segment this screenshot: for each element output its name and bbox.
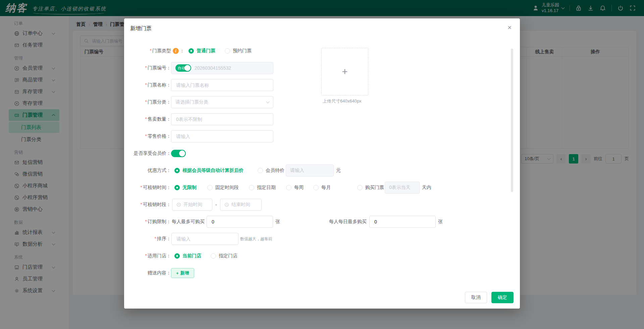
sale-quantity-input[interactable] [175, 116, 269, 122]
radio-icon [207, 185, 213, 190]
radio-icon [174, 168, 180, 173]
ticket-category-select[interactable]: 请选择门票分类 [171, 96, 273, 108]
ticket-code-field: 自动 20260304155532 [171, 62, 273, 74]
sale-quantity-field[interactable] [171, 113, 273, 125]
radio-icon [249, 185, 254, 190]
radio-monthly[interactable]: 每月 [313, 185, 331, 191]
radio-after-purchase[interactable]: 购买门票 [357, 185, 384, 191]
radio-icon [174, 185, 180, 190]
plus-icon: + [176, 271, 179, 276]
sheet-unit-label: 张 [275, 219, 280, 225]
days-suffix-label: 天内 [422, 185, 431, 191]
radio-icon [225, 48, 230, 54]
ticket-name-label: 门票名称 [148, 82, 166, 87]
retail-price-label: 零售价格 [148, 133, 166, 139]
radio-icon [286, 185, 291, 190]
per-person-limit-input[interactable] [211, 219, 269, 225]
radio-icon [313, 185, 319, 190]
ticket-code-value: 20260304155532 [195, 65, 231, 71]
retail-price-input[interactable] [175, 133, 269, 139]
verify-period-label: 可核销时段 [143, 202, 166, 207]
member-price-toggle[interactable] [171, 150, 186, 157]
member-price-label: 是否享受会员价 [133, 150, 166, 156]
per-person-limit-field[interactable] [207, 216, 273, 228]
modal-footer: 取消 确定 [465, 292, 514, 303]
radio-icon [189, 48, 194, 54]
modal-scrollbar[interactable] [511, 49, 513, 192]
per-day-limit-input[interactable] [374, 219, 431, 225]
radio-icon [357, 185, 363, 190]
add-ticket-form: *门票类型 i 普通门票 预约门票 *门票编号 自动 2026030415553… [124, 45, 500, 284]
valid-days-field: 0表示当天 [385, 182, 420, 194]
ticket-name-field[interactable] [171, 79, 273, 91]
yuan-unit-label: 元 [336, 168, 341, 174]
radio-weekly[interactable]: 每周 [286, 185, 304, 191]
discount-mode-label: 优惠方式 [148, 168, 166, 173]
form-row-discount-mode: 优惠方式 根据会员等级自动计算折后价 会员特价 请输入 元 [124, 164, 500, 177]
end-time-field[interactable]: 结束时间 [220, 199, 262, 211]
radio-reserve-ticket[interactable]: 预约门票 [225, 48, 252, 54]
per-day-limit-label: 每人每日最多购买 [329, 219, 367, 225]
ticket-code-label: 门票编号 [148, 65, 166, 70]
sheet-unit-label: 张 [438, 219, 443, 225]
clock-icon [224, 202, 229, 207]
radio-current-store[interactable]: 当前门店 [171, 253, 201, 259]
verify-time-label: 可核销时间 [143, 185, 166, 190]
confirm-button[interactable]: 确定 [491, 292, 514, 303]
form-row-ticket-code: *门票编号 自动 20260304155532 [124, 62, 500, 74]
add-gift-button[interactable]: + 新增 [171, 268, 194, 278]
member-special-price-field: 请输入 [286, 164, 334, 177]
radio-icon [174, 253, 180, 259]
radio-member-special-price[interactable]: 会员特价 [258, 168, 284, 174]
ticket-type-label: 门票类型 [152, 48, 171, 53]
form-row-ticket-category: *门票分类 请选择门票分类 [124, 96, 500, 108]
radio-normal-ticket[interactable]: 普通门票 [185, 48, 215, 54]
cancel-button[interactable]: 取消 [465, 292, 487, 303]
form-row-member-price: 是否享受会员价 [124, 147, 500, 159]
auto-code-toggle[interactable]: 自动 [175, 64, 191, 72]
applicable-stores-label: 适用门店 [148, 253, 166, 258]
form-row-ticket-type: *门票类型 i 普通门票 预约门票 [124, 45, 500, 57]
radio-fixed-period[interactable]: 固定时间段 [207, 185, 239, 191]
sort-field[interactable] [171, 233, 238, 245]
form-row-applicable-stores: *适用门店 当前门店 指定门店 [124, 250, 500, 262]
info-icon[interactable]: i [173, 48, 179, 54]
radio-icon [211, 253, 216, 259]
chevron-down-icon [266, 100, 270, 104]
radio-unlimited[interactable]: 无限制 [171, 185, 197, 191]
form-row-sale-quantity: *售卖数量 [124, 113, 500, 125]
purchase-limit-label: 订购限制 [148, 219, 166, 224]
per-person-limit-label: 每人最多可购买 [172, 219, 205, 225]
sort-hint: 数值越大，越靠前 [240, 236, 272, 242]
radio-specified-date[interactable]: 指定日期 [249, 185, 276, 191]
form-row-retail-price: *零售价格 [124, 130, 500, 142]
clock-icon [176, 202, 181, 207]
range-separator: - [215, 202, 217, 207]
form-row-sort: *排序 数值越大，越靠前 [124, 233, 500, 245]
radio-specified-store[interactable]: 指定门店 [211, 253, 237, 259]
retail-price-field[interactable] [171, 130, 273, 142]
start-time-field[interactable]: 开始时间 [172, 199, 212, 211]
sort-input[interactable] [176, 236, 234, 242]
add-ticket-modal: 新增门票 ✕ + 上传尺寸640x640px *门票类型 i 普通门票 预约门票… [124, 18, 520, 309]
per-day-limit-field[interactable] [369, 216, 436, 228]
form-row-ticket-name: *门票名称 [124, 79, 500, 91]
form-row-gift-content: 赠送内容 + 新增 [124, 267, 500, 279]
form-row-purchase-limit: *订购限制 每人最多可购买 张 每人每日最多购买 张 [124, 216, 500, 228]
ticket-category-label: 门票分类 [148, 99, 166, 105]
form-row-verify-period: *可核销时段 开始时间 - 结束时间 [124, 199, 500, 211]
ticket-name-input[interactable] [175, 82, 269, 88]
form-row-verify-time: *可核销时间 无限制 固定时间段 指定日期 每周 每月 [124, 182, 500, 194]
radio-icon [258, 168, 263, 173]
sale-quantity-label: 售卖数量 [148, 116, 166, 122]
sort-label: 排序 [157, 236, 166, 241]
modal-title: 新增门票 [130, 25, 152, 32]
close-icon[interactable]: ✕ [507, 24, 512, 31]
radio-auto-discount[interactable]: 根据会员等级自动计算折后价 [171, 168, 244, 174]
gift-content-label: 赠送内容 [148, 270, 166, 275]
